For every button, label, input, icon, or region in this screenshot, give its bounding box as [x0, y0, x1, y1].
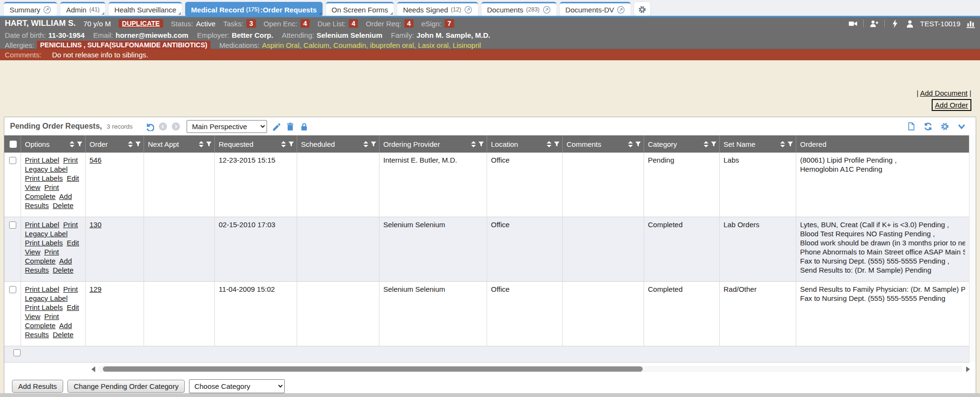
undo-icon[interactable] [145, 122, 154, 131]
trash-icon[interactable] [286, 122, 295, 131]
column-header-next-appt[interactable]: Next Appt [144, 135, 215, 153]
sort-icon[interactable] [69, 141, 75, 147]
column-header-comments[interactable]: Comments [563, 135, 644, 153]
duplicate-flag-badge[interactable]: DUPLICATE [119, 19, 163, 28]
sort-icon[interactable] [471, 141, 476, 147]
filter-icon[interactable] [479, 141, 484, 147]
change-pending-order-category-button[interactable]: Change Pending Order Category [67, 380, 185, 393]
medications-list[interactable]: Aspirin Oral, Calcium, Coumadin, ibuprof… [262, 41, 481, 49]
edit-link[interactable]: Edit [67, 303, 79, 311]
esign-count-badge[interactable]: 7 [445, 19, 454, 28]
email-value[interactable]: horner@mieweb.com [115, 31, 188, 39]
open-new-window-icon[interactable] [543, 6, 551, 14]
sort-icon[interactable] [780, 141, 785, 147]
complete-link[interactable]: Complete [25, 257, 56, 265]
filter-icon[interactable] [206, 141, 212, 147]
print-labels-link[interactable]: Print Labels [25, 239, 63, 247]
filter-icon[interactable] [77, 141, 82, 147]
person-icon[interactable] [905, 19, 914, 28]
sort-icon[interactable] [363, 141, 368, 147]
video-camera-icon[interactable] [848, 19, 858, 28]
allergies-badge[interactable]: PENICILLINS , SULFA(SULFONAMIDE ANTIBIOT… [37, 41, 211, 50]
column-header-ordering-provider[interactable]: Ordering Provider [379, 135, 487, 153]
tab-admin[interactable]: Admin (41) [60, 2, 105, 16]
tab-documents-dv[interactable]: Documents-DV [560, 2, 631, 16]
order-req-count-badge[interactable]: 4 [404, 19, 414, 28]
new-document-icon[interactable] [907, 122, 916, 131]
column-header-category[interactable]: Category [644, 135, 720, 153]
edit-link[interactable]: Edit [67, 174, 79, 182]
nav-next-icon[interactable] [172, 122, 180, 131]
column-header-scheduled[interactable]: Scheduled [297, 135, 379, 153]
open-new-window-icon[interactable] [464, 6, 472, 14]
select-all-header[interactable] [4, 135, 21, 153]
sort-icon[interactable] [546, 141, 552, 147]
print-link[interactable]: Print [44, 312, 59, 320]
print-labels-link[interactable]: Print Labels [25, 174, 63, 182]
collapse-chevron-icon[interactable] [957, 122, 966, 131]
delete-link[interactable]: Delete [53, 331, 73, 339]
open-enc-count-badge[interactable]: 4 [301, 19, 310, 28]
view-link[interactable]: View [25, 183, 40, 191]
horizontal-scrollbar[interactable] [91, 365, 970, 373]
tab-medical-record-order-requests[interactable]: Medical Record (175) :Order Requests [185, 2, 322, 16]
add-order-link[interactable]: Add Order [935, 101, 968, 109]
row-checkbox[interactable] [9, 221, 16, 229]
order-number-link[interactable]: 129 [89, 285, 101, 293]
filter-icon[interactable] [371, 141, 376, 147]
print-label-link[interactable]: Print Label [25, 156, 59, 164]
sort-icon[interactable] [628, 141, 633, 147]
open-new-window-icon[interactable] [617, 6, 625, 14]
filter-icon[interactable] [788, 141, 793, 147]
column-header-order[interactable]: Order [86, 135, 144, 153]
choose-category-select[interactable]: Choose Category [189, 379, 285, 393]
filter-icon[interactable] [711, 141, 716, 147]
delete-link[interactable]: Delete [53, 201, 73, 210]
scrollbar-thumb[interactable] [103, 366, 643, 372]
complete-link[interactable]: Complete [25, 321, 56, 330]
select-all-checkbox[interactable] [10, 141, 17, 148]
settings-gears-icon[interactable] [634, 2, 650, 16]
print-link[interactable]: Print [44, 183, 59, 191]
add-document-link[interactable]: Add Document [920, 89, 968, 97]
sort-icon[interactable] [703, 141, 709, 147]
order-number-link[interactable]: 130 [89, 221, 101, 229]
sort-icon[interactable] [199, 141, 204, 147]
nav-prev-icon[interactable] [159, 122, 167, 131]
column-header-options[interactable]: Options [21, 135, 86, 153]
scroll-left-arrow[interactable] [91, 366, 95, 372]
add-results-button[interactable]: Add Results [12, 380, 63, 393]
tab-needs-signed[interactable]: Needs Signed (12) [397, 2, 478, 16]
filter-icon[interactable] [289, 141, 294, 147]
view-link[interactable]: View [25, 248, 40, 256]
tab-on-screen-forms[interactable]: On Screen Forms [326, 2, 394, 16]
sort-icon[interactable] [128, 141, 133, 147]
filter-icon[interactable] [135, 141, 141, 147]
column-header-requested[interactable]: Requested [215, 135, 297, 153]
view-link[interactable]: View [25, 312, 40, 320]
sort-icon[interactable] [281, 141, 286, 147]
column-header-location[interactable]: Location [487, 135, 563, 153]
chart-icon[interactable] [966, 19, 975, 28]
tab-health-surveillance[interactable]: Health Surveillance [109, 2, 182, 16]
row-checkbox[interactable] [13, 349, 21, 356]
lock-icon[interactable] [300, 122, 309, 131]
gear-icon[interactable] [940, 122, 949, 131]
row-checkbox[interactable] [9, 286, 16, 293]
scroll-right-arrow[interactable] [966, 366, 970, 372]
refresh-icon[interactable] [924, 122, 933, 131]
open-new-window-icon[interactable] [43, 6, 51, 14]
edit-link[interactable]: Edit [67, 239, 79, 247]
print-labels-link[interactable]: Print Labels [25, 303, 63, 311]
vertical-scrollbar-track[interactable] [969, 135, 976, 363]
lightning-icon[interactable] [891, 19, 900, 28]
filter-icon[interactable] [635, 141, 641, 147]
scrollbar-track[interactable] [98, 366, 963, 372]
edit-pencil-icon[interactable] [272, 122, 281, 131]
order-number-link[interactable]: 546 [89, 156, 101, 164]
tab-documents[interactable]: Documents (283) [481, 2, 557, 16]
filter-icon[interactable] [554, 141, 559, 147]
print-label-link[interactable]: Print Label [25, 221, 59, 229]
delete-link[interactable]: Delete [53, 266, 73, 274]
tab-summary[interactable]: Summary [4, 2, 57, 16]
